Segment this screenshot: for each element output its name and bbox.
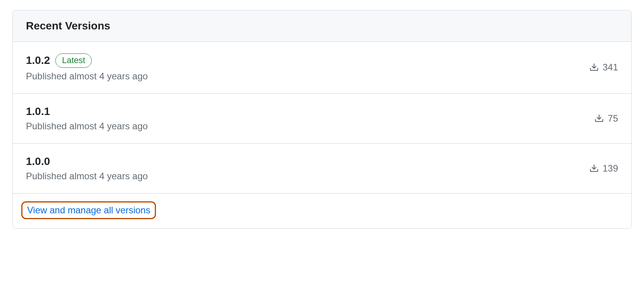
panel-footer: View and manage all versions [13, 194, 631, 228]
version-head: 1.0.1 [26, 105, 148, 118]
highlight-annotation: View and manage all versions [21, 201, 156, 219]
version-info: 1.0.1 Published almost 4 years ago [26, 105, 148, 132]
version-head: 1.0.2 Latest [26, 53, 148, 68]
download-count: 75 [608, 113, 618, 124]
version-head: 1.0.0 [26, 155, 148, 168]
version-published: Published almost 4 years ago [26, 121, 148, 132]
view-manage-versions-link[interactable]: View and manage all versions [27, 205, 150, 216]
version-info: 1.0.0 Published almost 4 years ago [26, 155, 148, 182]
panel-title: Recent Versions [26, 20, 618, 32]
download-icon [589, 63, 599, 72]
version-info: 1.0.2 Latest Published almost 4 years ag… [26, 53, 148, 82]
version-downloads: 75 [594, 113, 618, 124]
version-row[interactable]: 1.0.0 Published almost 4 years ago 139 [13, 144, 631, 194]
version-number: 1.0.0 [26, 155, 50, 168]
panel-header: Recent Versions [13, 10, 631, 42]
recent-versions-panel: Recent Versions 1.0.2 Latest Published a… [12, 10, 632, 229]
version-row[interactable]: 1.0.1 Published almost 4 years ago 75 [13, 94, 631, 144]
download-icon [594, 114, 604, 123]
download-count: 139 [603, 163, 618, 174]
version-published: Published almost 4 years ago [26, 71, 148, 82]
version-row[interactable]: 1.0.2 Latest Published almost 4 years ag… [13, 42, 631, 94]
download-icon [589, 164, 599, 173]
version-downloads: 139 [589, 163, 618, 174]
download-count: 341 [603, 62, 618, 73]
version-number: 1.0.2 [26, 54, 50, 67]
version-number: 1.0.1 [26, 105, 50, 118]
version-downloads: 341 [589, 62, 618, 73]
version-published: Published almost 4 years ago [26, 171, 148, 182]
latest-badge: Latest [55, 53, 92, 68]
